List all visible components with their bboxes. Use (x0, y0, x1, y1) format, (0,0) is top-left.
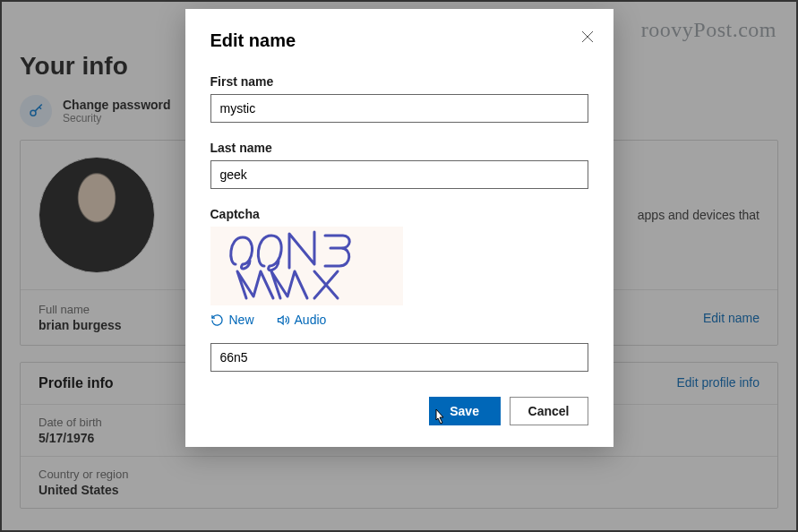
cancel-button[interactable]: Cancel (510, 397, 588, 425)
captcha-audio-label: Audio (295, 313, 327, 327)
close-button[interactable] (581, 30, 594, 47)
captcha-new-button[interactable]: New (210, 313, 254, 327)
first-name-input[interactable] (210, 94, 588, 123)
captcha-image (210, 227, 403, 305)
edit-name-modal: Edit name First name Last name Captcha (185, 9, 614, 447)
last-name-label: Last name (210, 141, 588, 155)
close-icon (581, 30, 594, 43)
refresh-icon (210, 313, 224, 327)
first-name-label: First name (210, 74, 588, 89)
modal-title: Edit name (210, 30, 588, 51)
captcha-label: Captcha (210, 207, 588, 221)
captcha-audio-button[interactable]: Audio (276, 313, 327, 327)
modal-overlay: Edit name First name Last name Captcha (0, 0, 798, 532)
audio-icon (276, 313, 289, 327)
save-button[interactable]: Save (429, 397, 501, 425)
last-name-input[interactable] (210, 160, 588, 189)
captcha-input[interactable] (210, 343, 588, 372)
captcha-new-label: New (229, 313, 254, 327)
